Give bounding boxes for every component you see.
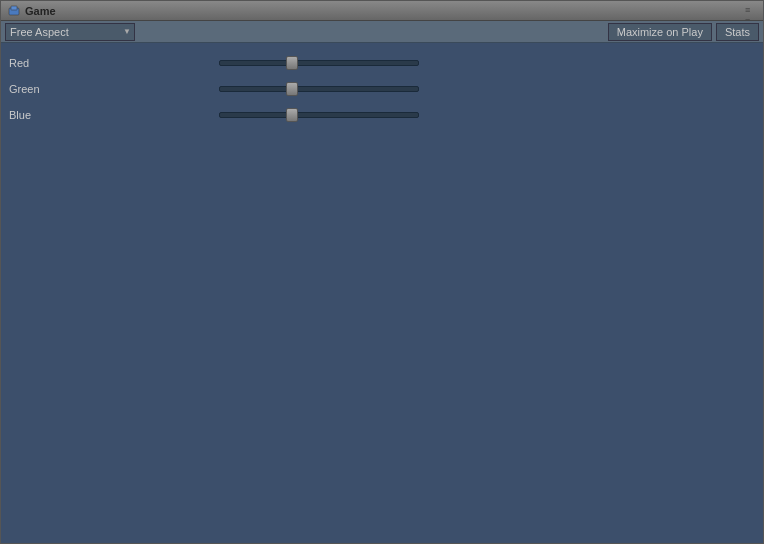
blue-slider[interactable] — [219, 112, 419, 118]
window-control-minimize[interactable]: ≡ = — [745, 5, 757, 17]
window-title: Game — [25, 5, 56, 17]
title-bar: Game ≡ = — [1, 1, 763, 21]
red-label: Red — [9, 57, 219, 69]
title-bar-controls: ≡ = — [745, 5, 757, 17]
toolbar: Free Aspect 5:4 4:3 3:2 16:10 16:9 ▼ Max… — [1, 21, 763, 43]
red-slider-row: Red — [9, 53, 755, 73]
game-window: Game ≡ = Free Aspect 5:4 4:3 3:2 16:10 1… — [0, 0, 764, 544]
blue-slider-row: Blue — [9, 105, 755, 125]
svg-rect-1 — [11, 6, 17, 10]
main-content: Red Green Blue — [1, 43, 763, 543]
game-icon — [7, 4, 21, 18]
green-slider[interactable] — [219, 86, 419, 92]
red-slider[interactable] — [219, 60, 419, 66]
stats-button[interactable]: Stats — [716, 23, 759, 41]
green-slider-row: Green — [9, 79, 755, 99]
green-label: Green — [9, 83, 219, 95]
aspect-select-wrapper[interactable]: Free Aspect 5:4 4:3 3:2 16:10 16:9 ▼ — [5, 23, 135, 41]
blue-label: Blue — [9, 109, 219, 121]
aspect-select[interactable]: Free Aspect 5:4 4:3 3:2 16:10 16:9 — [5, 23, 135, 41]
maximize-on-play-button[interactable]: Maximize on Play — [608, 23, 712, 41]
